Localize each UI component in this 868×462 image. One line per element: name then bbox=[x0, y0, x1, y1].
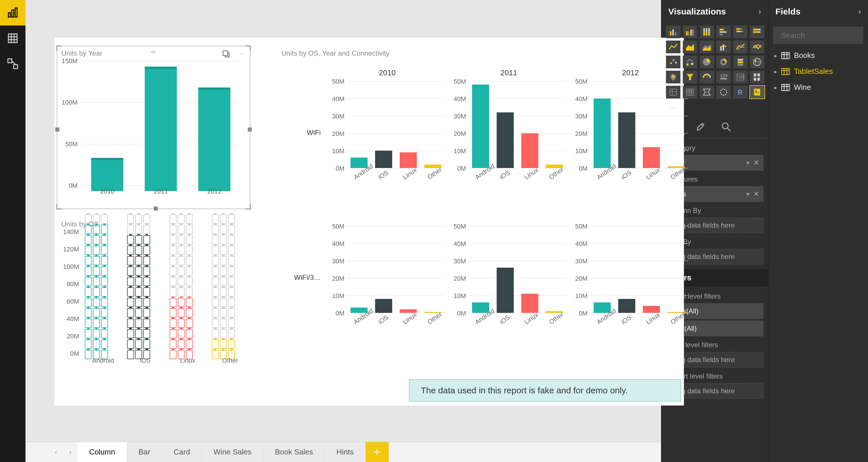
data-view-tab[interactable] bbox=[0, 26, 26, 51]
viz-type-icon[interactable] bbox=[666, 40, 680, 53]
svg-rect-86 bbox=[782, 52, 789, 59]
viz-type-icon[interactable] bbox=[683, 56, 697, 68]
svg-rect-11 bbox=[223, 51, 228, 56]
chart-area: 0M20M40M60M80M100M120M140MAndroidiOSLinu… bbox=[60, 232, 257, 377]
chevron-down-icon[interactable]: ▾ bbox=[746, 191, 749, 198]
viz-type-icon[interactable] bbox=[733, 40, 748, 53]
svg-rect-90 bbox=[782, 68, 789, 75]
viz-type-icon[interactable]: R bbox=[733, 86, 748, 98]
viz-type-icon[interactable] bbox=[700, 86, 714, 98]
resize-handle[interactable] bbox=[55, 127, 59, 132]
fields-search[interactable] bbox=[773, 27, 863, 44]
viz-type-icon[interactable] bbox=[683, 40, 697, 53]
page-next-button[interactable]: › bbox=[63, 442, 78, 462]
right-panes: Visualizations › 123123R··· Category Yea… bbox=[661, 0, 868, 462]
remove-field-icon[interactable]: ✕ bbox=[753, 190, 759, 198]
disclaimer-textbox[interactable]: The data used in this report is fake and… bbox=[409, 379, 681, 401]
viz-type-icon[interactable] bbox=[733, 26, 748, 38]
format-tab-icon[interactable] bbox=[693, 119, 709, 135]
page-tab[interactable]: Book Sales bbox=[264, 442, 325, 462]
svg-point-42 bbox=[672, 59, 675, 61]
analytics-tab-icon[interactable] bbox=[718, 119, 734, 135]
svg-rect-27 bbox=[719, 34, 723, 35]
viz-type-icon[interactable] bbox=[716, 56, 731, 68]
visual-units-by-os[interactable]: Units by OS 0M20M40M60M80M100M120M140MAn… bbox=[57, 217, 260, 379]
visual-small-multiples[interactable]: Units by OS, Year and Connectivity WiFiW… bbox=[277, 46, 680, 359]
resize-handle[interactable] bbox=[154, 206, 158, 210]
svg-rect-16 bbox=[688, 31, 689, 36]
svg-marker-36 bbox=[686, 44, 694, 50]
svg-point-54 bbox=[755, 60, 756, 62]
viz-type-icon[interactable] bbox=[716, 40, 731, 53]
focus-mode-icon[interactable] bbox=[221, 49, 231, 59]
svg-rect-24 bbox=[708, 34, 710, 35]
model-view-tab[interactable] bbox=[0, 51, 26, 77]
pane-header: Fields › bbox=[769, 0, 868, 23]
svg-rect-8 bbox=[8, 59, 11, 63]
table-item[interactable]: ▸Wine bbox=[769, 79, 868, 95]
add-page-button[interactable]: + bbox=[366, 442, 389, 462]
viz-type-icon[interactable] bbox=[716, 26, 731, 38]
svg-rect-35 bbox=[753, 31, 758, 33]
page-tab[interactable]: Wine Sales bbox=[202, 442, 264, 462]
viz-type-icon[interactable] bbox=[750, 26, 764, 38]
svg-point-47 bbox=[722, 61, 725, 64]
chevron-down-icon[interactable]: ▾ bbox=[746, 159, 749, 166]
viz-type-icon[interactable] bbox=[716, 86, 731, 98]
collapse-pane-icon[interactable]: › bbox=[859, 7, 861, 16]
report-view-tab[interactable] bbox=[0, 0, 26, 26]
remove-field-icon[interactable]: ✕ bbox=[753, 159, 759, 167]
more-visuals-icon[interactable]: ··· bbox=[666, 101, 680, 114]
viz-type-icon[interactable]: 123 bbox=[716, 71, 731, 83]
canvas-wrap: ═ ··· Units by Year 0M50M100M150M2010201… bbox=[26, 0, 661, 442]
viz-type-icon[interactable] bbox=[700, 56, 714, 68]
svg-rect-59 bbox=[720, 78, 727, 79]
svg-point-45 bbox=[691, 63, 693, 65]
viz-type-icon[interactable]: 123 bbox=[733, 71, 748, 83]
svg-rect-22 bbox=[703, 32, 705, 36]
svg-rect-48 bbox=[738, 59, 743, 61]
viz-type-icon[interactable] bbox=[750, 56, 764, 68]
viz-type-icon[interactable] bbox=[683, 71, 697, 83]
page-prev-button[interactable]: ‹ bbox=[49, 442, 63, 462]
viz-type-icon[interactable] bbox=[700, 26, 714, 38]
svg-rect-2 bbox=[15, 8, 17, 17]
page-tab[interactable]: Column bbox=[78, 442, 127, 462]
collapse-pane-icon[interactable]: › bbox=[758, 7, 761, 16]
viz-type-icon[interactable] bbox=[666, 86, 680, 98]
viz-type-icon[interactable] bbox=[733, 56, 748, 68]
left-nav-rail bbox=[0, 0, 26, 462]
search-input[interactable] bbox=[781, 31, 868, 40]
drag-handle-icon[interactable]: ═ bbox=[151, 48, 156, 56]
resize-handle[interactable] bbox=[56, 46, 62, 51]
viz-type-icon[interactable] bbox=[683, 26, 697, 38]
page-tabs-bar: ‹ › ColumnBarCardWine SalesBook SalesHin… bbox=[26, 442, 661, 462]
svg-rect-25 bbox=[719, 29, 724, 30]
page-tab[interactable]: Card bbox=[162, 442, 202, 462]
table-item[interactable]: ▸Books bbox=[769, 48, 868, 63]
viz-type-icon[interactable] bbox=[683, 86, 697, 98]
viz-type-icon[interactable] bbox=[750, 86, 764, 98]
table-icon bbox=[781, 68, 790, 75]
report-canvas[interactable]: ═ ··· Units by Year 0M50M100M150M2010201… bbox=[54, 38, 684, 406]
svg-rect-28 bbox=[736, 28, 740, 30]
visual-toolbar: ··· bbox=[221, 49, 247, 59]
page-tab[interactable]: Hints bbox=[325, 442, 365, 462]
svg-point-76 bbox=[720, 89, 726, 95]
svg-text:123: 123 bbox=[738, 75, 744, 79]
viz-type-icon[interactable] bbox=[666, 26, 680, 38]
page-tab[interactable]: Bar bbox=[127, 442, 162, 462]
viz-type-icon[interactable] bbox=[666, 71, 680, 83]
visual-title: Units by OS, Year and Connectivity bbox=[277, 46, 680, 57]
viz-type-icon[interactable] bbox=[700, 40, 714, 53]
viz-type-icon[interactable] bbox=[750, 71, 764, 83]
viz-type-icon[interactable] bbox=[700, 71, 714, 83]
table-item[interactable]: ▸TabletSales bbox=[769, 63, 868, 79]
resize-handle[interactable] bbox=[248, 127, 252, 132]
viz-type-icon[interactable] bbox=[750, 40, 764, 53]
svg-line-57 bbox=[707, 75, 708, 78]
svg-line-83 bbox=[727, 128, 731, 131]
viz-type-icon[interactable] bbox=[666, 56, 680, 68]
resize-handle[interactable] bbox=[245, 46, 251, 51]
visual-units-by-year[interactable]: ═ ··· Units by Year 0M50M100M150M2010201… bbox=[57, 46, 250, 208]
